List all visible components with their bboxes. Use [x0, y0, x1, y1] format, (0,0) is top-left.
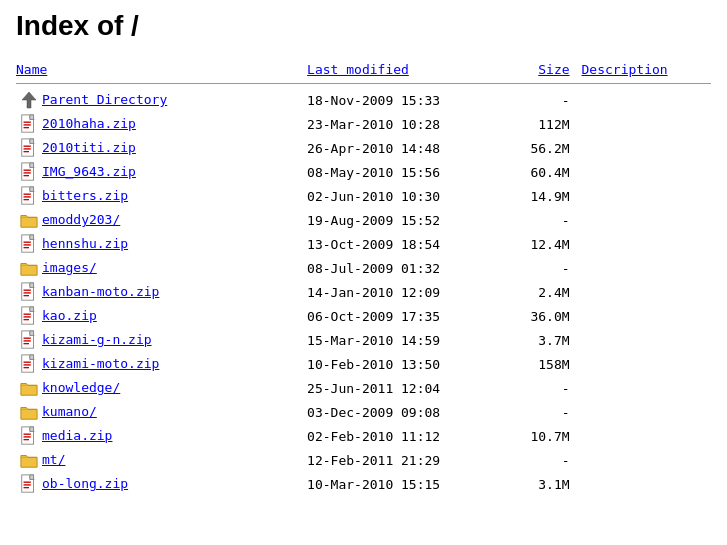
file-link[interactable]: ob-long.zip — [42, 476, 128, 491]
folder-icon — [20, 402, 38, 422]
file-desc-cell — [582, 448, 711, 472]
file-name-cell: images/ — [16, 256, 291, 280]
file-link[interactable]: kumano/ — [42, 404, 97, 419]
file-name-cell: ob-long.zip — [16, 472, 291, 496]
zip-file-icon — [20, 354, 38, 374]
file-desc-cell — [582, 208, 711, 232]
file-name-cell: kao.zip — [16, 304, 291, 328]
file-size-cell: 2.4M — [511, 280, 581, 304]
zip-file-icon — [20, 114, 38, 134]
table-row: images/ 08-Jul-2009 01:32 - — [16, 256, 711, 280]
file-size-cell: 158M — [511, 352, 581, 376]
file-name-cell: emoddy203/ — [16, 208, 291, 232]
file-size-cell: 3.1M — [511, 472, 581, 496]
table-row: 2010titi.zip 26-Apr-2010 14:48 56.2M — [16, 136, 711, 160]
sort-by-name-link[interactable]: Name — [16, 62, 47, 77]
file-name-cell: 2010titi.zip — [16, 136, 291, 160]
table-row: kumano/ 03-Dec-2009 09:08 - — [16, 400, 711, 424]
file-desc-cell — [582, 472, 711, 496]
file-name-cell: bitters.zip — [16, 184, 291, 208]
file-name-cell: 2010haha.zip — [16, 112, 291, 136]
file-link[interactable]: 2010titi.zip — [42, 140, 136, 155]
file-size-cell: - — [511, 376, 581, 400]
table-row: emoddy203/ 19-Aug-2009 15:52 - — [16, 208, 711, 232]
file-modified-cell: 15-Mar-2010 14:59 — [291, 328, 511, 352]
file-link[interactable]: kao.zip — [42, 308, 97, 323]
zip-file-icon — [20, 186, 38, 206]
parent-dir-icon — [20, 90, 38, 110]
file-size-cell: 112M — [511, 112, 581, 136]
file-link[interactable]: bitters.zip — [42, 188, 128, 203]
file-link[interactable]: hennshu.zip — [42, 236, 128, 251]
file-desc-cell — [582, 376, 711, 400]
folder-icon — [20, 210, 38, 230]
file-modified-cell: 06-Oct-2009 17:35 — [291, 304, 511, 328]
file-name-cell: media.zip — [16, 424, 291, 448]
table-row: kizami-moto.zip 10-Feb-2010 13:50 158M — [16, 352, 711, 376]
file-size-cell: 10.7M — [511, 424, 581, 448]
file-name-cell: Parent Directory — [16, 88, 291, 112]
folder-icon — [20, 378, 38, 398]
file-desc-cell — [582, 256, 711, 280]
sort-by-modified-link[interactable]: Last modified — [307, 62, 409, 77]
file-link[interactable]: kizami-moto.zip — [42, 356, 159, 371]
zip-file-icon — [20, 474, 38, 494]
svg-marker-22 — [30, 235, 34, 240]
file-desc-cell — [582, 424, 711, 448]
file-size-cell: - — [511, 448, 581, 472]
svg-marker-27 — [30, 283, 34, 288]
zip-file-icon — [20, 306, 38, 326]
col-header-modified: Last modified — [291, 58, 511, 81]
zip-file-icon — [20, 426, 38, 446]
file-desc-cell — [582, 112, 711, 136]
svg-marker-32 — [30, 307, 34, 312]
file-link[interactable]: images/ — [42, 260, 97, 275]
file-modified-cell: 03-Dec-2009 09:08 — [291, 400, 511, 424]
table-row: IMG_9643.zip 08-May-2010 15:56 60.4M — [16, 160, 711, 184]
file-modified-cell: 12-Feb-2011 21:29 — [291, 448, 511, 472]
file-desc-cell — [582, 352, 711, 376]
table-row: ob-long.zip 10-Mar-2010 15:15 3.1M — [16, 472, 711, 496]
table-row: kizami-g-n.zip 15-Mar-2010 14:59 3.7M — [16, 328, 711, 352]
file-size-cell: - — [511, 400, 581, 424]
file-desc-cell — [582, 136, 711, 160]
svg-marker-12 — [30, 163, 34, 168]
table-row: bitters.zip 02-Jun-2010 10:30 14.9M — [16, 184, 711, 208]
file-desc-cell — [582, 88, 711, 112]
file-name-cell: hennshu.zip — [16, 232, 291, 256]
file-name-cell: kanban-moto.zip — [16, 280, 291, 304]
zip-file-icon — [20, 234, 38, 254]
file-link[interactable]: media.zip — [42, 428, 112, 443]
col-header-description: Description — [582, 58, 711, 81]
file-link[interactable]: kanban-moto.zip — [42, 284, 159, 299]
file-desc-cell — [582, 400, 711, 424]
file-name-cell: IMG_9643.zip — [16, 160, 291, 184]
table-row: kanban-moto.zip 14-Jan-2010 12:09 2.4M — [16, 280, 711, 304]
file-link[interactable]: kizami-g-n.zip — [42, 332, 152, 347]
file-size-cell: 14.9M — [511, 184, 581, 208]
file-link[interactable]: IMG_9643.zip — [42, 164, 136, 179]
file-link[interactable]: knowledge/ — [42, 380, 120, 395]
file-size-cell: 3.7M — [511, 328, 581, 352]
file-desc-cell — [582, 328, 711, 352]
file-link[interactable]: emoddy203/ — [42, 212, 120, 227]
file-size-cell: 60.4M — [511, 160, 581, 184]
file-name-cell: knowledge/ — [16, 376, 291, 400]
file-modified-cell: 13-Oct-2009 18:54 — [291, 232, 511, 256]
file-modified-cell: 08-May-2010 15:56 — [291, 160, 511, 184]
file-modified-cell: 02-Jun-2010 10:30 — [291, 184, 511, 208]
file-modified-cell: 19-Aug-2009 15:52 — [291, 208, 511, 232]
file-size-cell: - — [511, 88, 581, 112]
file-link[interactable]: 2010haha.zip — [42, 116, 136, 131]
file-link[interactable]: Parent Directory — [42, 92, 167, 107]
zip-file-icon — [20, 282, 38, 302]
file-desc-cell — [582, 280, 711, 304]
file-modified-cell: 25-Jun-2011 12:04 — [291, 376, 511, 400]
svg-marker-17 — [30, 187, 34, 192]
table-header-row: Name Last modified Size Description — [16, 58, 711, 81]
table-row: 2010haha.zip 23-Mar-2010 10:28 112M — [16, 112, 711, 136]
file-link[interactable]: mt/ — [42, 452, 65, 467]
sort-by-size-link[interactable]: Size — [538, 62, 569, 77]
file-desc-cell — [582, 184, 711, 208]
sort-by-description-link[interactable]: Description — [582, 62, 668, 77]
